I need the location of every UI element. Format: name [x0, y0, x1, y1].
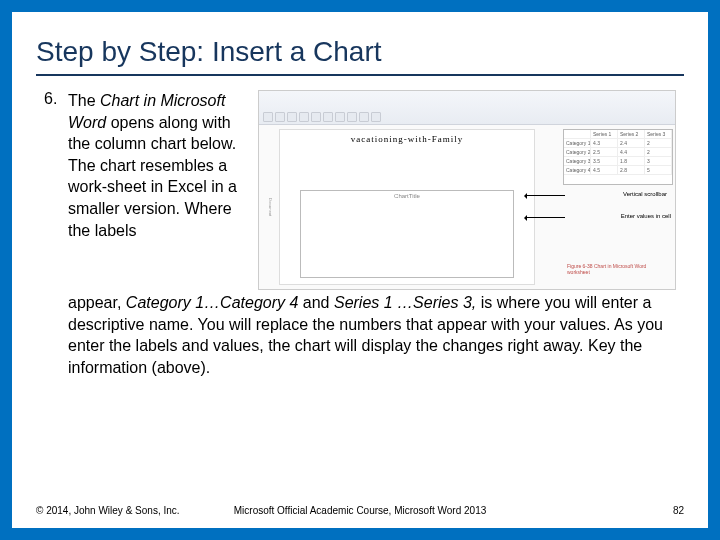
vertical-label: Document: [267, 131, 273, 283]
table-cell: 4.3: [591, 139, 618, 147]
slide-page: Step by Step: Insert a Chart 6. The Char…: [12, 12, 708, 528]
table-cell: 4.4: [618, 148, 645, 156]
table-cell: 3.5: [591, 157, 618, 165]
t1a: The: [68, 92, 100, 109]
table-row: Category 1 4.3 2.4 2: [564, 139, 672, 148]
t1c: opens along with the column chart below.…: [68, 114, 237, 239]
chart-bars: [319, 205, 505, 265]
ribbon-icon: [335, 112, 345, 122]
word-screenshot: Document vacationing-with-Family Enter d…: [258, 90, 676, 290]
table-cell: Category 1: [564, 139, 591, 147]
chart-title: ChartTitle: [301, 191, 513, 201]
annotation-label: Enter values in cell: [621, 213, 671, 219]
footer: © 2014, John Wiley & Sons, Inc. Microsof…: [36, 505, 684, 516]
ribbon-icon: [263, 112, 273, 122]
table-row: Category 4 4.5 2.8 5: [564, 166, 672, 175]
figure-caption: Figure 6-38 Chart in Microsoft Word work…: [567, 264, 667, 275]
step-number: 6.: [44, 90, 57, 108]
table-cell: 2: [645, 139, 672, 147]
table-cell: Series 1: [591, 130, 618, 138]
annotation-label: Vertical scrollbar: [623, 191, 667, 197]
ribbon-icon: [311, 112, 321, 122]
t2d: Series 1 …Series 3,: [334, 294, 476, 311]
table-cell: 2.8: [618, 166, 645, 174]
content-area: 6. The Chart in Microsoft Word opens alo…: [12, 76, 708, 378]
table-cell: 3: [645, 157, 672, 165]
table-cell: Series 2: [618, 130, 645, 138]
table-cell: 2.4: [618, 139, 645, 147]
arrow-icon: [525, 217, 565, 218]
ribbon-icon: [299, 112, 309, 122]
ribbon-icon: [323, 112, 333, 122]
table-cell: Category 2: [564, 148, 591, 156]
table-row: Category 3 3.5 1.8 3: [564, 157, 672, 166]
embedded-chart: ChartTitle: [300, 190, 514, 278]
footer-course: Microsoft Official Academic Course, Micr…: [234, 505, 487, 516]
document-canvas: vacationing-with-Family Enter descriptio…: [279, 129, 535, 285]
ribbon: [259, 91, 675, 125]
body-row: The Chart in Microsoft Word opens along …: [68, 90, 676, 290]
t2b: Category 1…Category 4: [126, 294, 299, 311]
table-cell: 1.8: [618, 157, 645, 165]
table-cell: 4.5: [591, 166, 618, 174]
doc-title: vacationing-with-Family: [280, 130, 534, 144]
table-row: Category 2 2.5 4.4 2: [564, 148, 672, 157]
ribbon-icon: [275, 112, 285, 122]
arrow-icon: [525, 195, 565, 196]
side-panel: Series 1 Series 2 Series 3 Category 1 4.…: [543, 129, 673, 285]
table-cell: 2: [645, 148, 672, 156]
table-cell: [564, 130, 591, 138]
table-cell: Category 3: [564, 157, 591, 165]
data-table: Series 1 Series 2 Series 3 Category 1 4.…: [563, 129, 673, 185]
table-cell: Series 3: [645, 130, 672, 138]
step-text-full: appear, Category 1…Category 4 and Series…: [68, 292, 676, 378]
ribbon-icon: [359, 112, 369, 122]
table-cell: 2.5: [591, 148, 618, 156]
footer-page-number: 82: [673, 505, 684, 516]
ribbon-icon: [287, 112, 297, 122]
footer-copyright: © 2014, John Wiley & Sons, Inc.: [36, 505, 180, 516]
table-cell: Category 4: [564, 166, 591, 174]
table-row: Series 1 Series 2 Series 3: [564, 130, 672, 139]
t2a: appear,: [68, 294, 126, 311]
ribbon-icon: [371, 112, 381, 122]
ribbon-icon: [347, 112, 357, 122]
t2c: and: [298, 294, 334, 311]
table-cell: 5: [645, 166, 672, 174]
step-text-left: The Chart in Microsoft Word opens along …: [68, 90, 246, 290]
page-title: Step by Step: Insert a Chart: [12, 12, 708, 74]
